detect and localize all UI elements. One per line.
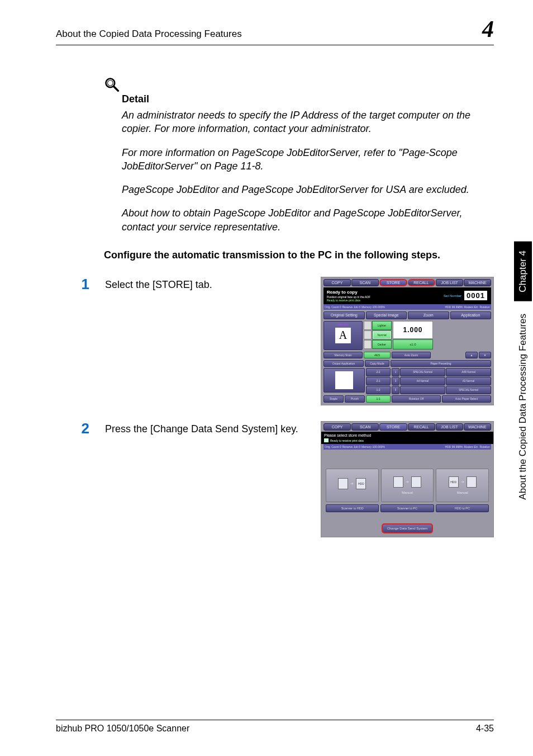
tab-recall[interactable]: RECALL [408, 279, 435, 286]
arrow-icon: ➔ [350, 481, 354, 486]
detail-heading: Detail [122, 93, 488, 105]
status-orig: Orig. Count 0 [325, 305, 341, 309]
tray-1-num: 1 [392, 368, 399, 376]
memory-scan-button[interactable]: Memory Scan [323, 352, 363, 358]
copy-mode-1-1[interactable]: 1-1 [366, 395, 391, 403]
card2-label: Manual [402, 491, 413, 494]
rotation-off-button[interactable]: Rotation Off [392, 395, 441, 403]
tab-scan[interactable]: SCAN [351, 279, 379, 286]
direction-box[interactable]: Direction A [323, 321, 363, 350]
staple-button[interactable]: Staple [323, 395, 344, 403]
card-hdd-to-pc[interactable]: HDD➔ Manual [436, 469, 489, 502]
status-row-2: Orig. Count 0 Reserve Job 0 Memory 100.0… [323, 444, 491, 450]
scanner-to-hdd-tab[interactable]: Scanner to HDD [326, 504, 379, 512]
zoom-button[interactable]: Zoom [408, 311, 449, 319]
status-row: Orig. Count 0 Reserve Job 0 Memory 100.0… [323, 304, 491, 310]
tray-5-num: 5 [392, 386, 399, 394]
application-button[interactable]: Application [450, 311, 492, 319]
step-1-number: 1 [56, 277, 105, 291]
scanner-icon [338, 478, 348, 489]
scanner-to-pc-tab[interactable]: Scanner to PC [380, 504, 434, 512]
svg-line-2 [114, 87, 118, 91]
header-chapter-number: 4 [482, 16, 494, 42]
auto-zoom-button[interactable]: Auto Zoom [392, 352, 431, 358]
printer-icon [324, 438, 329, 442]
ready-sub2: Ready to receive print data [327, 299, 370, 302]
tray-1[interactable]: SPECIAL Normal [400, 368, 445, 376]
output-application-button[interactable]: Output Application [323, 360, 364, 367]
step-2: 2 Press the [Change Data Send System] ke… [56, 421, 494, 537]
density-normal[interactable]: Normal [372, 330, 392, 339]
aes-button[interactable]: AES [364, 352, 391, 358]
tab-recall[interactable]: RECALL [408, 423, 435, 431]
density-lighter[interactable]: Lighter [372, 321, 392, 330]
ready-sub: Ready to receive print data [330, 439, 364, 442]
tray-2[interactable]: A4R Normal [446, 368, 491, 376]
status-reserve: Reserve Job 0 [342, 305, 360, 309]
tab-machine[interactable]: MACHINE [464, 423, 491, 431]
density-darker[interactable]: Darker [372, 340, 392, 349]
detail-para-1: An administrator needs to specify the IP… [122, 108, 488, 136]
copy-mode-1-2[interactable]: 1-2 [366, 386, 391, 394]
tab-scan[interactable]: SCAN [351, 423, 379, 431]
tab-joblist[interactable]: JOB LIST [436, 279, 463, 286]
scanner-icon [393, 476, 403, 488]
tab-store[interactable]: STORE [379, 423, 407, 431]
copy-mode-2-2[interactable]: 2-2 [366, 368, 391, 376]
svg-point-1 [108, 81, 113, 86]
zoom-x1[interactable]: x1.0 [393, 339, 433, 349]
tray-4[interactable]: A3 Normal [446, 377, 491, 385]
direction-a-icon: A [335, 328, 351, 343]
status-orig: Orig. Count 0 [325, 445, 341, 448]
step-2-text: Press the [Change Data Send System] key. [105, 421, 311, 537]
density-icon [364, 321, 372, 330]
copy-mode-2-1[interactable]: 2-1 [366, 377, 391, 385]
tray-3[interactable]: A4 Normal [400, 377, 445, 385]
set-number-value: 0001 [464, 290, 488, 301]
output-preview [323, 368, 365, 393]
original-setting-button[interactable]: Original Setting [323, 311, 365, 319]
tray-5[interactable]: SPECIAL Normal [446, 386, 491, 394]
zoom-value: 1.000 [393, 321, 433, 339]
sidebar-features: About the Copied Data Processing Feature… [514, 306, 532, 504]
detail-para-3: PageScope JobEditor and PageScope JobEdi… [122, 183, 488, 196]
status-reserve: Reserve Job 0 [342, 445, 360, 448]
status-hdd: HDD 99.998% [445, 445, 463, 448]
pc-icon [467, 476, 477, 488]
card-scanner-to-pc[interactable]: ➔ Manual [381, 469, 434, 502]
tab-machine[interactable]: MACHINE [464, 279, 491, 286]
footer-right: 4-35 [476, 724, 494, 734]
card-scanner-to-hdd[interactable]: ➔HDD [326, 469, 379, 502]
set-number-label: Set Number [444, 294, 461, 297]
footer-left: bizhub PRO 1050/1050e Scanner [56, 724, 189, 734]
card3-label: Manual [457, 491, 468, 494]
change-data-send-system-button[interactable]: Change Data Send System [382, 523, 434, 533]
magnifier-icon [104, 77, 120, 92]
density-icon [364, 340, 372, 349]
screenshot-change-data-send: COPY SCAN STORE RECALL JOB LIST MACHINE … [321, 421, 494, 537]
hdd-icon: HDD [356, 478, 366, 489]
detail-para-2: For more information on PageScope JobEdi… [122, 146, 488, 173]
tab-copy[interactable]: COPY [323, 423, 351, 431]
punch-button[interactable]: Punch [345, 395, 365, 403]
special-image-button[interactable]: Special Image [366, 311, 407, 319]
tab-joblist[interactable]: JOB LIST [436, 423, 463, 431]
paper-presetting-label: Paper Presetting [391, 360, 491, 367]
hdd-to-pc-tab[interactable]: HDD to PC [436, 504, 489, 512]
status-rotation: Rotation [479, 305, 490, 309]
configure-heading: Configure the automatic transmission to … [104, 249, 494, 261]
select-store-method-msg: Please select store method [321, 432, 493, 438]
zoom-down-arrow[interactable]: ▼ [479, 352, 491, 358]
density-icon [364, 330, 372, 339]
detail-para-4: About how to obtain PageScope JobEditor … [122, 206, 488, 234]
status-rotation: Rotation [479, 445, 490, 448]
auto-paper-select-button[interactable]: Auto Paper Select [442, 395, 491, 403]
tab-copy[interactable]: COPY [323, 279, 351, 286]
step-2-number: 2 [56, 421, 105, 436]
direction-label: Direction [337, 323, 349, 326]
tab-store[interactable]: STORE [379, 279, 408, 286]
zoom-up-arrow[interactable]: ▲ [465, 352, 478, 358]
step-1: 1 Select the [STORE] tab. COPY SCAN STOR… [56, 277, 494, 405]
screenshot-store-tab: COPY SCAN STORE RECALL JOB LIST MACHINE … [321, 277, 494, 405]
arrow-icon: ➔ [461, 480, 464, 484]
